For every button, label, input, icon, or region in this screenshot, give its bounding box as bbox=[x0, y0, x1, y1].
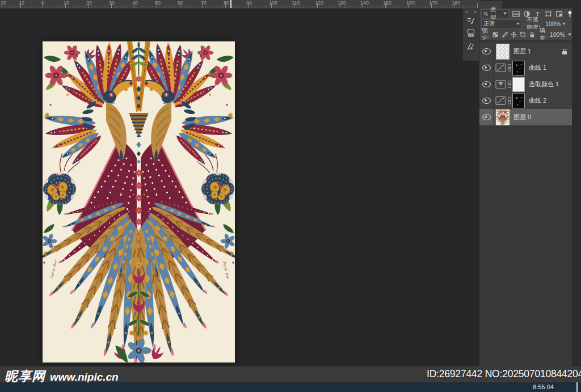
eye-icon bbox=[482, 48, 491, 54]
eye-icon bbox=[482, 98, 491, 104]
eye-icon bbox=[482, 65, 491, 71]
layer-mask-link-icon[interactable] bbox=[507, 81, 511, 88]
ruler-label: 180 bbox=[452, 0, 460, 6]
ruler-label: 110 bbox=[292, 0, 300, 6]
pixel-layer-filter-icon[interactable] bbox=[512, 10, 520, 18]
ruler-label: 50 bbox=[155, 0, 161, 6]
fill-value[interactable]: 100% bbox=[550, 31, 565, 38]
ruler-label: 20 bbox=[1, 0, 6, 6]
layer-thumbnail-transparent[interactable] bbox=[496, 44, 510, 60]
brush-panel-icon[interactable] bbox=[463, 27, 479, 39]
chevron-down-icon[interactable] bbox=[562, 23, 566, 25]
shape-layer-filter-icon[interactable] bbox=[545, 10, 552, 18]
ruler-label: 60 bbox=[178, 0, 183, 6]
tool-presets-icon[interactable] bbox=[463, 39, 479, 52]
layer-mask-link-icon[interactable] bbox=[507, 97, 511, 104]
lock-artboard-icon[interactable] bbox=[520, 31, 526, 38]
ruler-label: 100 bbox=[269, 0, 277, 6]
layer-row-layer-1[interactable]: 图层 1 bbox=[479, 43, 572, 60]
close-dock-icon[interactable]: × bbox=[474, 10, 477, 14]
layer-mask-link-icon[interactable] bbox=[507, 64, 511, 71]
layer-mask-thumbnail-black[interactable] bbox=[512, 61, 525, 75]
chevron-down-icon[interactable] bbox=[568, 33, 571, 36]
expand-panels-icon[interactable]: » bbox=[465, 10, 468, 14]
visibility-toggle[interactable] bbox=[479, 60, 494, 76]
chevron-down-icon bbox=[516, 23, 520, 25]
layer-filter-type-select[interactable]: 类型 bbox=[481, 9, 509, 18]
lock-all-icon[interactable] bbox=[529, 31, 535, 38]
open-document-image[interactable] bbox=[43, 41, 235, 363]
visibility-toggle[interactable] bbox=[479, 43, 494, 60]
layer-locked-icon bbox=[562, 49, 567, 54]
ruler-label: 10 bbox=[64, 0, 69, 6]
ruler-label: 120 bbox=[315, 0, 323, 6]
ruler-label: 130 bbox=[338, 0, 346, 6]
selective-color-adjustment-icon[interactable] bbox=[495, 79, 506, 89]
opacity-value[interactable]: 100% bbox=[545, 20, 561, 27]
ruler-label: 160 bbox=[406, 0, 415, 6]
layers-panel: 类型 正常 不透明度: 100% 锁定: 填充: 100% 图层 1 bbox=[479, 0, 581, 392]
layer-name[interactable]: 曲线 2 bbox=[529, 96, 546, 105]
ruler-label: 30 bbox=[109, 0, 115, 6]
visibility-toggle[interactable] bbox=[479, 76, 494, 92]
ruler-label: 10 bbox=[19, 0, 24, 6]
site-url: www.nipic.cn bbox=[50, 371, 119, 383]
layer-mask-thumbnail-black[interactable] bbox=[512, 94, 525, 108]
ruler-position-marker bbox=[230, 0, 231, 8]
layer-row-selective-color-1[interactable]: 选取颜色 1 bbox=[479, 76, 572, 93]
eye-icon bbox=[482, 114, 491, 120]
visibility-toggle[interactable] bbox=[479, 92, 494, 109]
lock-position-icon[interactable] bbox=[511, 31, 517, 38]
lock-transparency-icon[interactable] bbox=[492, 31, 499, 38]
bird-pattern-artwork[interactable] bbox=[43, 41, 235, 363]
smart-object-filter-icon[interactable] bbox=[555, 10, 563, 18]
ruler-label: 170 bbox=[429, 0, 437, 6]
ruler-label: 90 bbox=[246, 0, 252, 6]
curves-adjustment-icon[interactable] bbox=[495, 96, 506, 106]
layer-name[interactable]: 图层 1 bbox=[513, 47, 531, 56]
search-icon bbox=[483, 11, 489, 16]
eye-icon bbox=[482, 81, 491, 87]
layer-thumbnail-image[interactable] bbox=[496, 109, 510, 125]
ruler-label: 70 bbox=[201, 0, 207, 6]
clock-time: 8:55:04 bbox=[533, 383, 554, 390]
layer-row-layer-0-selected[interactable]: 图层 0 bbox=[479, 109, 572, 126]
ruler-label: 150 bbox=[383, 0, 391, 6]
layer-name[interactable]: 图层 0 bbox=[513, 113, 531, 121]
chevron-down-icon bbox=[503, 12, 507, 15]
blend-mode-row: 正常 不透明度: 100% bbox=[479, 19, 574, 29]
visibility-toggle[interactable] bbox=[479, 109, 494, 125]
taskbar: 8:55:04 bbox=[0, 382, 581, 392]
layer-row-curves-2[interactable]: 曲线 2 bbox=[479, 92, 572, 109]
ruler-label: 40 bbox=[132, 0, 138, 6]
horizontal-ruler: 2010010203040506070809010011012013014015… bbox=[0, 0, 479, 9]
curves-adjustment-icon[interactable] bbox=[495, 63, 506, 73]
taskbar-divider bbox=[576, 382, 578, 392]
ruler-label: 20 bbox=[86, 0, 92, 6]
brush-settings-icon[interactable] bbox=[463, 14, 479, 27]
layer-name[interactable]: 曲线 1 bbox=[529, 64, 546, 72]
ruler-label: 0 bbox=[41, 0, 44, 6]
collapsed-panel-dock: » × bbox=[462, 9, 479, 61]
lock-pixels-icon[interactable] bbox=[502, 31, 508, 38]
lock-row: 锁定: 填充: 100% bbox=[479, 29, 574, 40]
document-canvas-area[interactable] bbox=[0, 9, 479, 366]
layer-mask-thumbnail-white[interactable] bbox=[512, 77, 525, 92]
ruler-label: 140 bbox=[360, 0, 369, 6]
layer-row-curves-1[interactable]: 曲线 1 bbox=[479, 60, 572, 77]
panel-scroll-gutter[interactable] bbox=[572, 0, 581, 382]
layer-name[interactable]: 选取颜色 1 bbox=[529, 80, 559, 88]
image-id-overlay: ID:26927442 NO:20250701084420492109 bbox=[427, 368, 581, 380]
ruler-label: 80 bbox=[224, 0, 229, 6]
